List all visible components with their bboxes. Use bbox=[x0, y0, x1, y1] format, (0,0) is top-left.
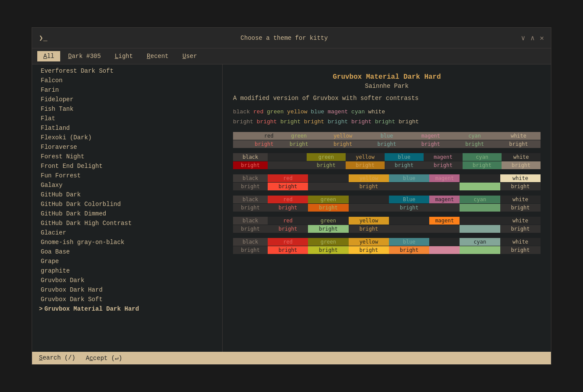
list-item[interactable]: Falcon bbox=[32, 76, 222, 85]
list-item[interactable]: GitHub Dark High Contrast bbox=[32, 218, 222, 228]
list-item[interactable]: Goa Base bbox=[32, 247, 222, 257]
palette-section-2: black green yellow blue magent cyan whit… bbox=[233, 153, 541, 169]
list-item[interactable]: Gruvbox Dark bbox=[32, 276, 222, 285]
list-item[interactable]: Floraverse bbox=[32, 142, 222, 152]
accept-statusbar-item[interactable]: Accept (↵) bbox=[86, 354, 122, 362]
palette-section-5: black red green yellow magent white brig… bbox=[233, 217, 541, 233]
titlebar: ❯_ Choose a theme for kitty ∨ ∧ ✕ bbox=[32, 28, 551, 48]
color-labels-bright: bright bright bright bright bright brigh… bbox=[233, 119, 541, 125]
list-item[interactable]: Gruvbox Dark Hard bbox=[32, 285, 222, 295]
list-item[interactable]: Forest Night bbox=[32, 152, 222, 161]
maximize-button[interactable]: ∧ bbox=[531, 34, 535, 42]
preview-description: A modified version of Gruvbox with softe… bbox=[233, 95, 541, 102]
palette-section-4: black red green Blue magent cyan white b… bbox=[233, 196, 541, 212]
minimize-button[interactable]: ∨ bbox=[521, 34, 525, 42]
theme-list[interactable]: Everforest Dark Soft Falcon Farin Fidelo… bbox=[32, 64, 223, 352]
list-item[interactable]: Grape bbox=[32, 257, 222, 266]
tab-dark[interactable]: Dark #305 bbox=[62, 51, 107, 61]
list-item[interactable]: GitHub Dark bbox=[32, 190, 222, 199]
close-button[interactable]: ✕ bbox=[540, 34, 544, 42]
list-item[interactable]: GitHub Dark Dimmed bbox=[32, 209, 222, 218]
preview-author: Sainnhe Park bbox=[233, 83, 541, 90]
list-item[interactable]: Gnome-ish gray-on-black bbox=[32, 238, 222, 247]
tab-recent[interactable]: Recent bbox=[141, 51, 175, 61]
tab-user[interactable]: User bbox=[176, 51, 203, 61]
list-item[interactable]: GitHub Dark Colorblind bbox=[32, 199, 222, 209]
palette-section-3: black red yellow blue magent white brigh… bbox=[233, 174, 541, 190]
terminal-icon: ❯_ bbox=[39, 34, 47, 42]
search-statusbar-item[interactable]: Search (/) bbox=[39, 354, 75, 362]
list-item[interactable]: Fideloper bbox=[32, 95, 222, 104]
main-window: ❯_ Choose a theme for kitty ∨ ∧ ✕ All Da… bbox=[32, 27, 551, 365]
list-item[interactable]: Flat bbox=[32, 114, 222, 123]
list-item[interactable]: Galaxy bbox=[32, 180, 222, 190]
palette-section-6: black red green yellow blue cyan white b… bbox=[233, 238, 541, 254]
list-item[interactable]: Everforest Dark Soft bbox=[32, 66, 222, 76]
list-item[interactable]: Fish Tank bbox=[32, 104, 222, 114]
list-item[interactable]: graphite bbox=[32, 266, 222, 276]
list-item[interactable]: Flexoki (Dark) bbox=[32, 133, 222, 142]
list-item[interactable]: Fun Forrest bbox=[32, 171, 222, 180]
list-item-selected[interactable]: Gruvbox Material Dark Hard bbox=[32, 304, 222, 314]
list-item[interactable]: Flatland bbox=[32, 123, 222, 133]
list-item[interactable]: Farin bbox=[32, 85, 222, 95]
palette-section-1: red green yellow blue magent cyan white … bbox=[233, 132, 541, 148]
list-item[interactable]: Front End Delight bbox=[32, 161, 222, 171]
color-labels-normal: black red green yellow blue magent cyan … bbox=[233, 109, 541, 115]
list-item[interactable]: Glacier bbox=[32, 228, 222, 238]
content-area: Everforest Dark Soft Falcon Farin Fidelo… bbox=[32, 64, 551, 352]
tab-all[interactable]: All bbox=[37, 51, 60, 61]
preview-title: Gruvbox Material Dark Hard bbox=[233, 73, 541, 81]
theme-preview: Gruvbox Material Dark Hard Sainnhe Park … bbox=[223, 64, 551, 352]
titlebar-left: ❯_ bbox=[39, 34, 47, 42]
tab-light[interactable]: Light bbox=[109, 51, 139, 61]
statusbar: Search (/) Accept (↵) bbox=[32, 352, 551, 364]
list-item[interactable]: Gruvbox Dark Soft bbox=[32, 295, 222, 304]
window-title: Choose a theme for kitty bbox=[47, 35, 521, 42]
titlebar-controls: ∨ ∧ ✕ bbox=[521, 34, 544, 42]
tabs-bar: All Dark #305 Light Recent User bbox=[32, 48, 551, 64]
